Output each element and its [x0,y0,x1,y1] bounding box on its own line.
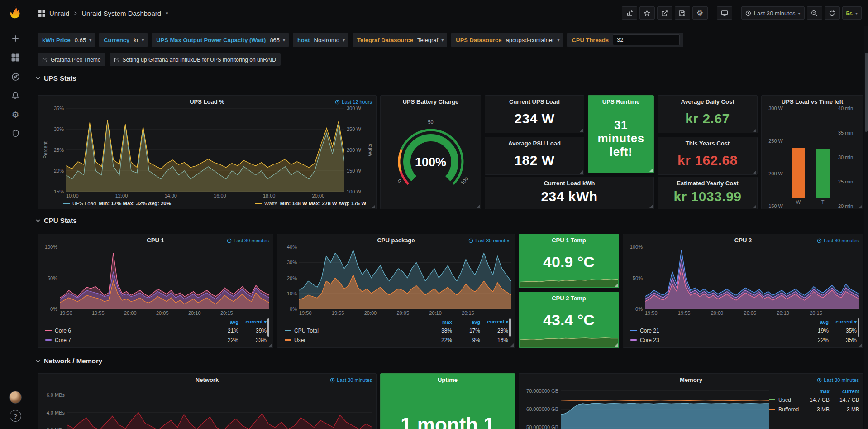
help-icon[interactable]: ? [10,410,21,422]
dashboard-link[interactable]: Setting up Grafana and InfluxDB for UPS … [110,53,281,66]
panel-time-range[interactable]: Last 30 minutes [330,377,372,383]
legend-column-header[interactable]: max [800,389,830,394]
legend-series[interactable]: User [285,337,424,343]
legend-column-header[interactable]: current ▾ [480,319,508,325]
panel-title[interactable]: CPU 2 Temp [519,292,619,305]
variable-input[interactable]: 32 [613,34,680,45]
panel-time-range[interactable]: Last 30 minutes [817,238,859,243]
y-axis-right: 300 W250 W200 W150 W100 W [344,108,366,192]
y-axis: 40%30%20%10%0% [281,247,299,309]
star-button[interactable] [639,6,655,20]
alerting-bell-icon[interactable] [5,86,25,105]
section-title: UPS Stats [44,74,76,82]
panel-title[interactable]: This Years Cost [658,137,757,150]
variable-currency[interactable]: Currencykr▾ [99,33,148,47]
variable-ups-max-output-power-capacity-watt-[interactable]: UPS Max Output Power Capacity (Watt)865▾ [152,33,289,47]
variable-telegraf-datasource[interactable]: Telegraf DatasourceTelegraf▾ [353,33,447,47]
panel-cpu-2: CPU 2 Last 30 minutes 100%50%0% 19:5019:… [623,234,863,348]
variable-value[interactable]: 0.65 [75,37,86,43]
variable-kwh-price[interactable]: kWh Price0.65▾ [38,33,95,47]
dashboard-title[interactable]: Unraid System Dashboard [81,10,161,17]
share-button[interactable] [657,6,672,20]
section-cpu-stats[interactable]: CPU Stats [35,217,77,224]
bar-W[interactable]: W [792,108,805,206]
caret-down-icon: ▾ [283,38,285,43]
panel-estimated-yearly-cost: Estimated Yearly Cost kr 1033.99 [658,177,758,209]
legend-series[interactable]: Core 23 [630,337,801,343]
refresh-interval-picker[interactable]: 5s ▾ [842,6,862,20]
grafana-logo[interactable] [8,5,23,21]
scrollbar-thumb[interactable] [865,53,868,132]
legend-column-header[interactable]: avg [210,319,238,325]
dashboards-icon[interactable] [5,48,25,67]
legend-series[interactable]: Used [769,397,800,403]
panel-title[interactable]: UPS Battery Charge [381,96,481,108]
ups-load-chart[interactable] [66,108,344,192]
cycle-view-button[interactable] [717,6,732,20]
legend-series[interactable]: Core 21 [630,328,801,334]
dashboard-settings-button[interactable]: ⚙ [692,6,708,20]
memory-chart[interactable] [561,386,769,429]
legend-series[interactable]: WattsMin: 148 W Max: 278 W Avg: 175 W [255,201,366,206]
page-scrollbar[interactable] [864,26,868,429]
variable-value[interactable]: Telegraf [417,37,438,43]
configuration-gear-icon[interactable]: ⚙ [5,105,25,124]
refresh-button[interactable] [825,6,840,20]
panel-time-range[interactable]: Last 30 minutes [468,238,510,243]
series-color-swatch [255,203,262,204]
time-range-picker[interactable]: Last 30 minutes ▾ [741,6,805,20]
panel-title[interactable]: Uptime [381,374,515,386]
y-axis-tick: 20% [54,168,64,174]
legend-column-header[interactable]: current [830,389,859,394]
network-chart[interactable] [67,386,372,429]
user-avatar[interactable] [9,391,22,404]
panel-title[interactable]: UPS Load % [38,96,376,108]
cpu1-chart[interactable] [60,247,269,309]
legend-column-header[interactable]: avg [452,319,480,325]
legend-series[interactable]: CPU Total [285,328,424,334]
panel-title[interactable]: Network [38,374,376,386]
save-button[interactable] [675,6,690,20]
add-panel-button[interactable] [622,6,637,20]
breadcrumb-app[interactable]: Unraid [49,10,69,17]
variable-cpu-threads[interactable]: CPU Threads32 [567,33,683,47]
panel-time-range[interactable]: Last 30 minutes [817,377,859,383]
legend-series[interactable]: Buffered [769,406,800,413]
variable-host[interactable]: hostNostromo▾ [293,33,348,47]
variable-value[interactable]: apcupsd-container [506,37,554,43]
variable-value[interactable]: 865 [270,37,280,43]
section-ups-stats[interactable]: UPS Stats [35,74,76,82]
legend-column-header[interactable]: current ▾ [238,319,267,325]
zoom-out-button[interactable] [807,6,822,20]
server-admin-shield-icon[interactable] [5,124,25,143]
variable-ups-datasource[interactable]: UPS Datasourceapcupsd-container▾ [451,33,563,47]
panel-title[interactable]: Average Daily Cost [658,96,757,108]
variable-value[interactable]: Nostromo [314,37,339,43]
panel-title[interactable]: CPU 1 Temp [519,234,619,247]
legend-series[interactable]: Core 6 [45,328,210,334]
panel-title[interactable]: UPS Runtime [588,96,653,108]
panel-title[interactable]: Average PSU Load [485,137,584,150]
panel-time-range[interactable]: Last 12 hours [335,99,372,105]
create-plus-icon[interactable] [5,29,25,48]
bar-T[interactable]: T [816,108,830,206]
panel-cpu-package: CPU package Last 30 minutes 40%30%20%10%… [277,234,515,348]
cpu2-chart[interactable] [645,247,859,309]
caret-down-icon[interactable]: ▾ [166,10,168,16]
apps-grid-icon[interactable] [38,10,46,17]
explore-compass-icon[interactable] [5,67,25,86]
legend-column-header[interactable]: current ▾ [829,319,857,325]
panel-time-range[interactable]: Last 30 minutes [227,238,269,243]
y-axis-tick: 10% [287,291,297,296]
variable-value[interactable]: kr [134,37,138,43]
dashboard-link[interactable]: Grafana Plex Theme [38,53,105,66]
section-network-memory[interactable]: Network / Memory [35,357,102,365]
x-axis-tick: 19:55 [92,310,105,316]
legend-series[interactable]: Core 7 [45,337,210,343]
legend-series[interactable]: UPS LoadMin: 17% Max: 32% Avg: 20% [63,201,171,206]
cpu-package-chart[interactable] [299,247,511,309]
legend-column-header[interactable]: avg [801,319,829,325]
legend-column-header[interactable]: max [424,319,452,325]
panel-title[interactable]: Current UPS Load [485,96,584,108]
panel-title[interactable]: Memory [519,374,863,386]
